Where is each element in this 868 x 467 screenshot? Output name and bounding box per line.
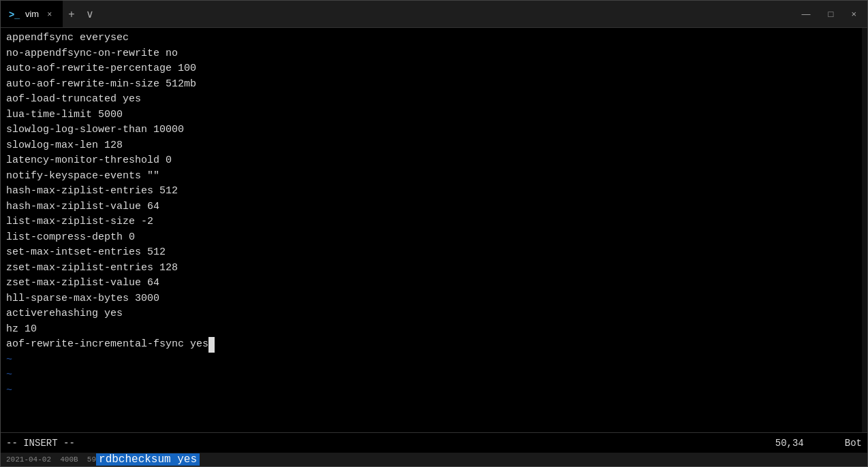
editor-line: slowlog-max-len 128 xyxy=(6,138,862,154)
editor-line: list-max-ziplist-size -2 xyxy=(6,214,862,230)
tilde-line: ~ xyxy=(6,353,862,368)
tab-label: vim xyxy=(25,9,39,19)
editor-line: hash-max-ziplist-entries 512 xyxy=(6,184,862,199)
tilde-line: ~ xyxy=(6,383,862,399)
editor-line: aof-load-truncated yes xyxy=(6,92,862,108)
editor-line: hash-max-ziplist-value 64 xyxy=(6,199,862,215)
editor-line: slowlog-log-slower-than 10000 xyxy=(6,123,862,138)
bottom-bar: 2021-04-02 400B 59 rdbchecksum yes xyxy=(1,453,867,466)
editor-line: activerehashing yes xyxy=(6,306,862,322)
scroll-position: Bot xyxy=(845,438,862,449)
editor-line: set-max-intset-entries 512 xyxy=(6,245,862,261)
bottom-date: 2021-04-02 xyxy=(6,455,51,464)
editor-line: zset-max-ziplist-entries 128 xyxy=(6,261,862,276)
bottom-line-num: 59 xyxy=(78,455,96,464)
tab-vim[interactable]: >_ vim × xyxy=(1,1,63,27)
terminal-icon: >_ xyxy=(9,9,20,20)
editor-line: auto-aof-rewrite-percentage 100 xyxy=(6,61,862,77)
statusbar: -- INSERT -- 50,34 Bot xyxy=(1,432,867,453)
new-tab-button[interactable]: + xyxy=(63,5,80,23)
editor-area[interactable]: appendfsync everysecno-appendfsync-on-re… xyxy=(1,28,867,432)
editor-line: list-compress-depth 0 xyxy=(6,230,862,246)
editor-line: zset-max-ziplist-value 64 xyxy=(6,276,862,291)
editor-line: hll-sparse-max-bytes 3000 xyxy=(6,291,862,307)
cursor-position: 50,34 xyxy=(775,438,804,449)
window-controls: — □ × xyxy=(794,5,867,23)
vim-mode: -- INSERT -- xyxy=(6,438,75,449)
tab-close-button[interactable]: × xyxy=(44,8,55,20)
tab-area: >_ vim × + ∨ xyxy=(1,1,794,27)
titlebar: >_ vim × + ∨ — □ × xyxy=(1,1,867,28)
editor-line: hz 10 xyxy=(6,322,862,338)
scrollbar[interactable] xyxy=(862,28,867,432)
editor-line: no-appendfsync-on-rewrite no xyxy=(6,46,862,62)
maximize-button[interactable]: □ xyxy=(820,5,842,23)
close-window-button[interactable]: × xyxy=(843,5,865,23)
editor-line: appendfsync everysec xyxy=(6,31,862,46)
editor-content: appendfsync everysecno-appendfsync-on-re… xyxy=(1,28,867,412)
tab-dropdown-button[interactable]: ∨ xyxy=(80,5,99,23)
tilde-line: ~ xyxy=(6,368,862,383)
bottom-size: 400B xyxy=(51,455,78,464)
editor-line: notify-keyspace-events "" xyxy=(6,169,862,184)
editor-line: lua-time-limit 5000 xyxy=(6,108,862,123)
terminal-window: >_ vim × + ∨ — □ × appendfsync everysecn… xyxy=(0,0,868,467)
editor-line: auto-aof-rewrite-min-size 512mb xyxy=(6,77,862,93)
bottom-command: rdbchecksum yes xyxy=(96,453,200,466)
editor-line: latency-monitor-threshold 0 xyxy=(6,153,862,169)
minimize-button[interactable]: — xyxy=(794,5,819,23)
editor-line: aof-rewrite-incremental-fsync yes xyxy=(6,337,862,353)
